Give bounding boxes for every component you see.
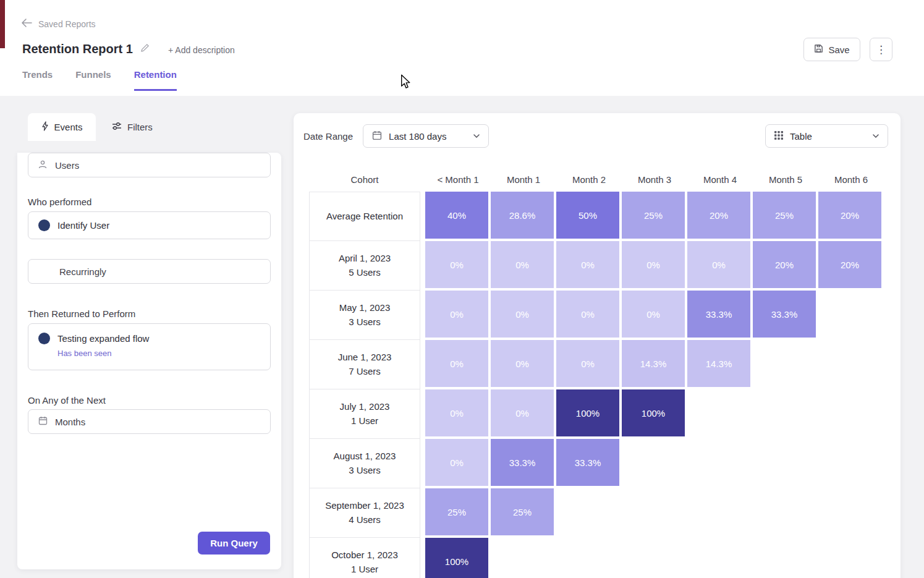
retention-cell[interactable]: 28.6% (491, 192, 554, 239)
cohort-label: June 1, 2023 (338, 351, 392, 364)
table-row: Average Retention40%28.6%50%25%20%25%20% (309, 192, 901, 241)
retention-cell[interactable]: 40% (425, 192, 488, 239)
retention-cell[interactable]: 0% (425, 241, 488, 288)
retention-cell[interactable]: 0% (491, 340, 554, 387)
retention-cell[interactable]: 14.3% (622, 340, 685, 387)
retention-cell[interactable]: 0% (425, 291, 488, 338)
retention-report-page: { "header": { "back_label": "Saved Repor… (0, 0, 924, 578)
retention-cell[interactable]: 50% (556, 192, 619, 239)
cohort-cell: May 1, 20233 Users (309, 291, 420, 340)
recurringly-label: Recurringly (59, 266, 106, 277)
chevron-down-icon (473, 134, 480, 138)
table-body: Average Retention40%28.6%50%25%20%25%20%… (309, 192, 901, 578)
table-row: October 1, 20231 User100% (309, 538, 901, 578)
retention-cell[interactable]: 0% (622, 241, 685, 288)
results-panel: Date Range Last 180 days Table (294, 113, 901, 578)
date-range-value: Last 180 days (389, 131, 446, 142)
back-to-saved-reports[interactable]: Saved Reports (21, 19, 96, 29)
tab-trends[interactable]: Trends (22, 69, 53, 91)
has-been-seen-link[interactable]: Has been seen (57, 349, 260, 358)
table-row: August 1, 20233 Users0%33.3%33.3% (309, 439, 901, 488)
calendar-icon (372, 130, 382, 142)
retention-cell[interactable]: 25% (622, 192, 685, 239)
on-any-label: On Any of the Next (28, 370, 271, 406)
then-returned-label: Then Returned to Perform (28, 284, 271, 319)
retention-cell[interactable]: 14.3% (687, 340, 750, 387)
events-tab-label: Events (54, 122, 83, 132)
retention-cell[interactable]: 33.3% (753, 291, 816, 338)
return-event-box[interactable]: Testing expanded flow Has been seen (28, 323, 271, 370)
column-header: Cohort (309, 174, 420, 185)
retention-cell[interactable]: 20% (818, 241, 881, 288)
column-header: Month 5 (753, 174, 818, 185)
cohort-label: Average Retention (326, 210, 403, 223)
cohort-user-count: 4 Users (349, 513, 381, 527)
retention-cell[interactable]: 25% (425, 488, 488, 535)
cohort-cell: April 1, 20235 Users (309, 241, 420, 291)
months-selector[interactable]: Months (28, 409, 271, 434)
retention-cell[interactable]: 100% (425, 538, 488, 578)
grid-icon (774, 131, 783, 142)
retention-cell[interactable]: 0% (425, 340, 488, 387)
cohort-user-count: 7 Users (349, 365, 381, 378)
retention-cell[interactable]: 20% (818, 192, 881, 239)
retention-cell[interactable]: 0% (425, 439, 488, 486)
retention-cell[interactable]: 0% (491, 241, 554, 288)
query-builder-panel: Events Filters Users Who performed Ident… (17, 113, 281, 569)
retention-cell[interactable]: 0% (622, 291, 685, 338)
retention-cell[interactable]: 100% (622, 389, 685, 436)
table-row: June 1, 20237 Users0%0%0%14.3%14.3% (309, 340, 901, 389)
date-range-dropdown[interactable]: Last 180 days (363, 124, 489, 148)
cohort-user-count: 3 Users (349, 464, 381, 477)
user-icon (38, 160, 47, 171)
column-header: Month 3 (622, 174, 687, 185)
identify-user-label: Identify User (57, 220, 109, 231)
run-query-button[interactable]: Run Query (198, 532, 270, 555)
more-options-button[interactable]: ⋮ (870, 38, 892, 61)
retention-cell[interactable]: 33.3% (687, 291, 750, 338)
retention-cell[interactable]: 0% (556, 291, 619, 338)
table-row: September 1, 20234 Users25%25% (309, 488, 901, 538)
table-row: April 1, 20235 Users0%0%0%0%0%20%20% (309, 241, 901, 291)
retention-cell[interactable]: 0% (491, 389, 554, 436)
save-button[interactable]: Save (803, 38, 860, 61)
months-selector-label: Months (55, 417, 85, 427)
retention-cell[interactable]: 25% (491, 488, 554, 535)
retention-cell[interactable]: 20% (687, 192, 750, 239)
table-row: July 1, 20231 User0%0%100%100% (309, 389, 901, 439)
users-selector[interactable]: Users (28, 153, 271, 177)
tab-events[interactable]: Events (28, 113, 96, 141)
cohort-cell: Average Retention (309, 192, 420, 241)
retention-cell[interactable]: 33.3% (556, 439, 619, 486)
column-header: Month 4 (687, 174, 753, 185)
add-description-button[interactable]: + Add description (168, 45, 235, 55)
retention-cell[interactable]: 0% (491, 291, 554, 338)
save-icon (814, 44, 823, 55)
cohort-cell: June 1, 20237 Users (309, 340, 420, 389)
return-event-row: Testing expanded flow (38, 333, 260, 344)
retention-cell[interactable]: 0% (687, 241, 750, 288)
lightning-icon (41, 121, 49, 133)
view-type-dropdown[interactable]: Table (765, 124, 888, 148)
tab-retention[interactable]: Retention (134, 69, 177, 91)
query-panel-body: Users Who performed Identify User Recurr… (17, 153, 281, 569)
retention-cell[interactable]: 33.3% (491, 439, 554, 486)
report-type-tabs: Trends Funnels Retention (22, 69, 177, 91)
recurringly-selector[interactable]: Recurringly (28, 259, 271, 284)
tab-funnels[interactable]: Funnels (75, 69, 111, 91)
retention-cell[interactable]: 100% (556, 389, 619, 436)
column-header: < Month 1 (425, 174, 491, 185)
retention-cell[interactable]: 20% (753, 241, 816, 288)
identify-user-event[interactable]: Identify User (28, 211, 271, 239)
left-edge-strip (0, 0, 5, 48)
edit-title-icon[interactable] (140, 43, 150, 55)
column-header: Month 1 (491, 174, 556, 185)
retention-cell[interactable]: 25% (753, 192, 816, 239)
filters-tab-label: Filters (127, 122, 153, 132)
tab-filters[interactable]: Filters (112, 122, 153, 132)
calendar-icon (38, 416, 48, 427)
retention-cell[interactable]: 0% (425, 389, 488, 436)
retention-cell[interactable]: 0% (556, 241, 619, 288)
header-bar: Saved Reports Retention Report 1 + Add d… (0, 0, 924, 96)
retention-cell[interactable]: 0% (556, 340, 619, 387)
